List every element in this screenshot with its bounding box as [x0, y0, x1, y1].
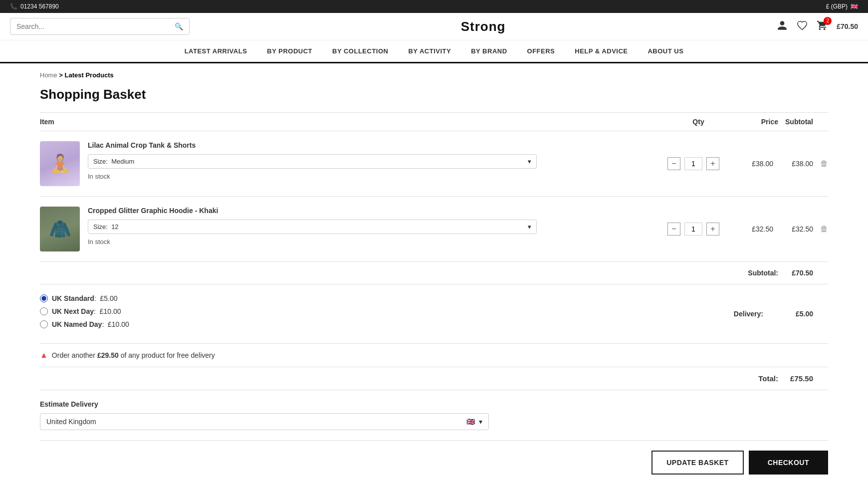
phone-icon: 📞	[10, 3, 17, 10]
country-name: United Kingdom	[46, 418, 96, 426]
item-image-2: 🧥	[40, 207, 80, 251]
breadcrumb-home[interactable]: Home	[40, 71, 57, 79]
item-size-label-2: Size: 12	[93, 223, 119, 231]
delivery-total-value: £5.00	[773, 310, 813, 318]
delivery-radio-next-day[interactable]	[40, 307, 48, 315]
delivery-option-standard: UK Standard: £5.00	[40, 294, 734, 302]
delivery-radio-standard[interactable]	[40, 294, 48, 302]
qty-plus-1[interactable]: +	[706, 157, 719, 170]
qty-plus-2[interactable]: +	[706, 223, 719, 236]
delivery-total-label: Delivery:	[734, 310, 763, 318]
update-basket-button[interactable]: UPDATE BASKET	[651, 451, 743, 475]
site-logo[interactable]: Strong	[461, 19, 506, 34]
subtotal-row: Subtotal: £70.50	[40, 262, 828, 284]
basket-container: Item Qty Price Subtotal 🧘 Lilac Animal C…	[0, 112, 868, 483]
breadcrumb-current: Latest Products	[65, 71, 114, 79]
nav-by-product[interactable]: BY PRODUCT	[267, 47, 312, 55]
delivery-options: UK Standard: £5.00 UK Next Day: £10.00 U…	[40, 294, 734, 333]
column-subtotal: Subtotal	[778, 118, 828, 126]
total-label: Total:	[758, 374, 778, 383]
qty-minus-1[interactable]: −	[667, 157, 680, 170]
delivery-radio-named-day[interactable]	[40, 320, 48, 328]
subtotal-value: £70.50	[788, 269, 828, 277]
wishlist-icon[interactable]	[797, 20, 808, 33]
qty-controls-2: − +	[663, 223, 723, 236]
cart-icon[interactable]: 2	[817, 20, 828, 33]
search-icon[interactable]: 🔍	[175, 22, 183, 30]
country-select[interactable]: United Kingdom 🇬🇧 ▾	[40, 413, 489, 430]
delivery-name-standard: UK Standard	[52, 294, 94, 302]
page-title: Shopping Basket	[0, 87, 868, 112]
basket-row-2: 🧥 Cropped Glitter Graphic Hoodie - Khaki…	[40, 197, 828, 262]
item-subtotal-1: £38.00	[773, 160, 813, 168]
action-buttons: UPDATE BASKET CHECKOUT	[40, 441, 828, 483]
delivery-section: UK Standard: £5.00 UK Next Day: £10.00 U…	[40, 284, 828, 344]
item-name-1: Lilac Animal Crop Tank & Shorts	[88, 141, 663, 149]
delivery-label-named-day[interactable]: UK Named Day: £10.00	[52, 320, 129, 328]
nav-about-us[interactable]: ABOUT US	[648, 47, 683, 55]
delivery-total-section: Delivery: £5.00	[734, 294, 828, 333]
item-price-2: £32.50	[723, 225, 773, 233]
flag-icon: 🇬🇧	[851, 3, 858, 10]
basket-item-1: 🧘 Lilac Animal Crop Tank & Shorts Size: …	[40, 141, 663, 186]
header: 🔍 Strong 2 £70.50	[0, 13, 868, 40]
basket-row-1: 🧘 Lilac Animal Crop Tank & Shorts Size: …	[40, 131, 828, 197]
cart-total: £70.50	[837, 22, 858, 30]
delivery-option-next-day: UK Next Day: £10.00	[40, 307, 734, 315]
qty-input-2[interactable]	[684, 223, 702, 236]
delivery-name-named-day: UK Named Day	[52, 320, 102, 328]
delivery-label-standard[interactable]: UK Standard: £5.00	[52, 294, 118, 302]
item-size-select-2[interactable]: Size: 12 ▾	[88, 220, 537, 234]
delivery-label-next-day[interactable]: UK Next Day: £10.00	[52, 307, 121, 315]
subtotal-label: Subtotal:	[748, 269, 778, 277]
item-stock-1: In stock	[88, 173, 663, 180]
country-right: 🇬🇧 ▾	[466, 418, 482, 426]
item-stock-2: In stock	[88, 238, 663, 245]
main-nav: LATEST ARRIVALS BY PRODUCT BY COLLECTION…	[0, 40, 868, 63]
phone-number: 01234 567890	[20, 3, 59, 10]
top-bar: 📞 01234 567890 £ (GBP) 🇬🇧	[0, 0, 868, 13]
notice-text: Order another £29.50 of any product for …	[52, 351, 215, 359]
nav-by-collection[interactable]: BY COLLECTION	[332, 47, 388, 55]
item-delete-1[interactable]: 🗑	[813, 159, 828, 168]
column-price: Price	[728, 118, 778, 126]
phone-bar: 📞 01234 567890	[10, 3, 59, 10]
item-size-label-1: Size: Medium	[93, 158, 134, 165]
nav-help-advice[interactable]: HELP & ADVICE	[575, 47, 628, 55]
currency-label: £ (GBP)	[826, 3, 848, 10]
country-dropdown-icon: ▾	[479, 418, 482, 426]
column-item: Item	[40, 118, 668, 126]
item-details-1: Lilac Animal Crop Tank & Shorts Size: Me…	[88, 141, 663, 180]
currency-bar[interactable]: £ (GBP) 🇬🇧	[826, 3, 858, 10]
nav-offers[interactable]: OFFERS	[527, 47, 555, 55]
size-dropdown-icon-2: ▾	[528, 223, 531, 231]
size-dropdown-icon-1: ▾	[528, 158, 531, 165]
search-input[interactable]	[16, 22, 175, 30]
breadcrumb: Home > Latest Products	[0, 63, 868, 87]
nav-by-activity[interactable]: BY ACTIVITY	[408, 47, 451, 55]
qty-controls-1: − +	[663, 157, 723, 170]
item-image-1: 🧘	[40, 141, 80, 186]
cart-badge: 2	[824, 17, 832, 25]
item-image-lilac: 🧘	[40, 141, 80, 186]
nav-by-brand[interactable]: BY BRAND	[471, 47, 507, 55]
qty-minus-2[interactable]: −	[667, 223, 680, 236]
item-delete-2[interactable]: 🗑	[813, 225, 828, 234]
total-row: Total: £75.50	[40, 367, 828, 390]
column-qty: Qty	[668, 118, 728, 126]
uk-flag-icon: 🇬🇧	[466, 418, 475, 426]
total-value: £75.50	[788, 374, 828, 383]
qty-input-1[interactable]	[684, 157, 702, 170]
delivery-name-next-day: UK Next Day	[52, 307, 94, 315]
account-icon[interactable]	[777, 20, 788, 33]
item-figure-icon: 🧘	[49, 153, 71, 174]
free-delivery-notice: ▲ Order another £29.50 of any product fo…	[40, 344, 828, 367]
warning-icon: ▲	[40, 351, 48, 360]
nav-latest-arrivals[interactable]: LATEST ARRIVALS	[185, 47, 247, 55]
checkout-button[interactable]: CHECKOUT	[749, 451, 828, 475]
basket-header: Item Qty Price Subtotal	[40, 112, 828, 131]
item-price-1: £38.00	[723, 160, 773, 168]
notice-amount: £29.50	[97, 351, 119, 359]
item-size-select-1[interactable]: Size: Medium ▾	[88, 154, 537, 169]
search-bar[interactable]: 🔍	[10, 18, 190, 35]
